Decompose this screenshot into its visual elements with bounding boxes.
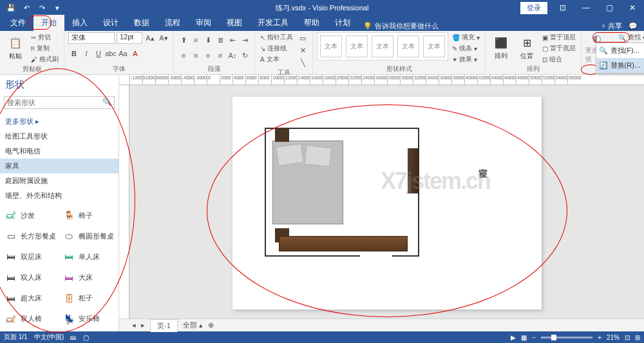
page-indicator[interactable]: 页面 1/1 [4, 333, 28, 342]
underline-button[interactable]: U [93, 48, 104, 59]
font-color-button[interactable]: A [129, 48, 141, 59]
copy-button[interactable]: ⎘复制 [30, 43, 60, 54]
align-bottom-button[interactable]: ⬇ [202, 34, 214, 46]
tab-help[interactable]: 帮助 [296, 15, 327, 31]
align-middle-button[interactable]: ≡ [190, 34, 202, 46]
style-item[interactable]: 文本 [372, 35, 393, 57]
align-left-button[interactable]: ≡ [178, 50, 189, 61]
ribbon-options-button[interactable]: ⊡ [551, 0, 574, 15]
send-back-button[interactable]: ▢置于底层 [541, 43, 577, 54]
shape-chair[interactable]: 🪑椅子 [59, 206, 117, 225]
rectangle-tool-button[interactable]: ▭ [297, 32, 308, 44]
pillow-shape[interactable] [305, 145, 332, 167]
bench-shape[interactable] [279, 236, 408, 251]
cut-button[interactable]: ✂剪切 [30, 32, 60, 43]
tell-me-search[interactable]: 💡 告诉我你想要做什么 [363, 21, 439, 31]
ime-indicator[interactable]: 🖮 [70, 334, 77, 341]
shape-double-bed[interactable]: 🛏双人床 [1, 268, 59, 287]
tab-insert[interactable]: 插入 [64, 15, 95, 31]
tab-file[interactable]: 文件 [3, 15, 33, 31]
shape-easy-chair[interactable]: 💺安乐椅 [59, 309, 117, 329]
view-normal-button[interactable]: ▦ [521, 334, 527, 341]
justify-button[interactable]: ≡ [214, 50, 226, 61]
effects-button[interactable]: ✦效果▾ [451, 54, 481, 64]
tab-data[interactable]: 数据 [126, 15, 157, 31]
room-outline[interactable] [265, 128, 419, 257]
shape-loveseat[interactable]: 🛋双人椅 [1, 309, 59, 329]
format-painter-button[interactable]: 🖌格式刷 [30, 54, 60, 64]
qat-customize[interactable]: ▾ [50, 1, 64, 14]
group-button[interactable]: ⊡组合 [541, 54, 577, 64]
language-indicator[interactable]: 中文(中国) [34, 333, 64, 342]
shape-oval-table[interactable]: ⬭椭圆形餐桌 [59, 226, 117, 246]
pointer-tool-button[interactable]: ↖指针工具 [259, 32, 294, 43]
category-drawing-tools[interactable]: 绘图工具形状 [0, 129, 118, 144]
shape-single-bed[interactable]: 🛏单人床 [59, 247, 117, 266]
category-garden[interactable]: 庭园附属设施 [0, 173, 118, 188]
nightstand-shape[interactable] [275, 128, 289, 142]
tab-developer[interactable]: 开发工具 [250, 15, 296, 31]
tab-process[interactable]: 流程 [157, 15, 188, 31]
page[interactable]: 寝室 X7jstem.cn [232, 97, 542, 309]
shape-cabinet[interactable]: 🗄柜子 [59, 289, 117, 308]
tab-home[interactable]: 开始 [33, 15, 64, 31]
macro-record-button[interactable]: ▢ [83, 334, 89, 341]
align-right-button[interactable]: ≡ [202, 50, 214, 61]
rotate-text-button[interactable]: ↻ [239, 50, 251, 61]
style-item[interactable]: 文本 [423, 35, 445, 57]
tab-view[interactable]: 视图 [219, 15, 250, 31]
zoom-level[interactable]: 21% [607, 334, 620, 341]
pillow-shape[interactable] [276, 143, 304, 166]
presentation-mode-button[interactable]: ▶ [511, 334, 516, 341]
shape-bunk-bed[interactable]: 🛏双层床 [1, 247, 59, 266]
zoom-out-button[interactable]: − [532, 334, 536, 341]
maximize-button[interactable]: ▢ [598, 0, 621, 15]
text-highlight-button[interactable]: Aa [117, 48, 129, 59]
all-pages-button[interactable]: 全部 ▴ [183, 320, 203, 330]
style-item[interactable]: 文本 [397, 35, 419, 57]
font-size-select[interactable]: 12pt [117, 32, 142, 44]
fill-button[interactable]: 🪣填充▾ [451, 32, 481, 43]
bullets-button[interactable]: ≣ [214, 34, 226, 46]
bed-shape[interactable] [272, 141, 343, 224]
minimize-button[interactable]: — [574, 0, 598, 15]
add-page-button[interactable]: ⊕ [208, 321, 214, 329]
login-button[interactable]: 登录 [520, 2, 547, 14]
menu-replace[interactable]: 🔄替换(R)... [596, 58, 644, 73]
paste-button[interactable]: 📋 粘贴 [4, 32, 27, 63]
bold-button[interactable]: B [68, 48, 80, 59]
increase-indent-button[interactable]: ⇥ [239, 34, 251, 46]
page-nav-next[interactable]: ▸ [141, 321, 145, 329]
align-button[interactable]: ⬛排列 [489, 32, 513, 63]
search-icon[interactable]: 🔍 [102, 97, 112, 106]
align-center-button[interactable]: ≡ [190, 50, 202, 61]
position-button[interactable]: ⊞位置 [515, 32, 538, 63]
drawing-canvas[interactable]: 寝室 X7jstem.cn [129, 85, 644, 318]
fit-page-button[interactable]: ⊡ [625, 334, 630, 341]
switch-window-button[interactable]: ⊞ [635, 334, 640, 341]
decrease-font-button[interactable]: A▾ [158, 32, 169, 44]
category-more-shapes[interactable]: 更多形状 ▸ [0, 114, 118, 129]
line-button[interactable]: ✎线条▾ [451, 43, 481, 54]
text-tool-button[interactable]: A文本 [259, 54, 294, 64]
zoom-in-button[interactable]: + [598, 334, 601, 341]
category-walls[interactable]: 墙壁、外壳和结构 [0, 188, 118, 203]
shape-rect-table[interactable]: ▭长方形餐桌 [1, 226, 59, 246]
zoom-slider[interactable] [541, 337, 592, 338]
tab-design[interactable]: 设计 [95, 15, 126, 31]
shape-xl-bed[interactable]: 🛏超大床 [1, 289, 59, 308]
page-tab-1[interactable]: 页-1 [150, 319, 178, 332]
redo-button[interactable]: ↷ [35, 1, 49, 14]
font-name-select[interactable]: 宋体 [68, 32, 115, 44]
tab-plan[interactable]: 计划 [327, 15, 358, 31]
undo-button[interactable]: ↶ [19, 1, 33, 14]
menu-find[interactable]: 🔍查找(F)... [596, 43, 644, 58]
close-button[interactable]: ✕ [621, 0, 644, 15]
category-furniture[interactable]: 家具 [0, 159, 118, 173]
bring-front-button[interactable]: ▣置于顶层 [541, 32, 577, 43]
text-direction-button[interactable]: A↕ [227, 50, 238, 61]
share-button[interactable]: ♀ 共享 [601, 21, 622, 31]
comments-button[interactable]: 💬 [629, 22, 638, 30]
save-button[interactable]: 💾 [4, 1, 18, 14]
ellipse-tool-button[interactable]: ✕ [297, 44, 308, 56]
